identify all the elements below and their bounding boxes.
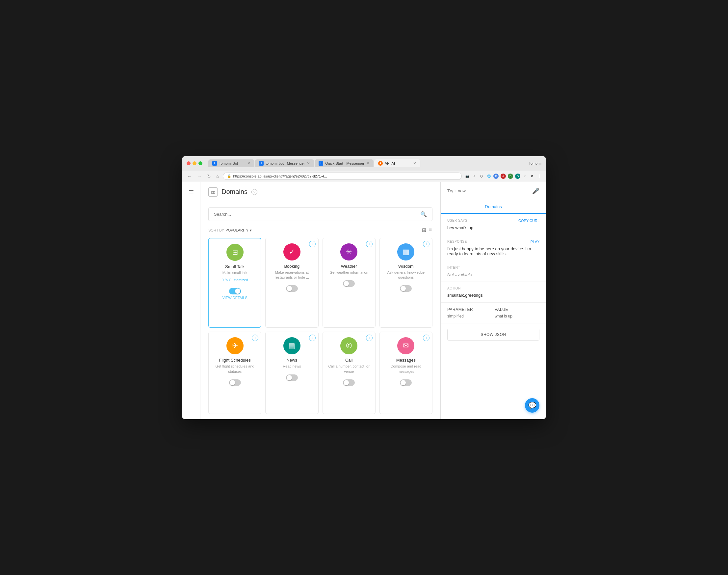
page-icon: ▦ [208,188,218,197]
play-button[interactable]: PLAY [531,240,539,244]
try-it-input[interactable] [447,189,532,193]
domain-card-news[interactable]: + ▤ News Read news [265,332,318,414]
call-desc: Call a number, contact, or venue [327,364,371,374]
extension-5[interactable]: r [522,174,527,179]
tab-close-3[interactable]: ✕ [366,161,370,166]
forward-button[interactable]: → [196,173,203,179]
maximize-button[interactable] [198,161,203,165]
tab-favicon-3: f [319,161,323,166]
url-bar[interactable]: 🔒 https://console.api.ai/api-client/#/ag… [223,173,462,180]
wisdom-toggle[interactable] [400,285,412,292]
view-details-link[interactable]: VIEW DETAILS [222,296,248,300]
messages-icon: ✉ [397,337,414,354]
weather-name: Weather [341,264,357,269]
copy-curl-button[interactable]: COPY CURL [518,219,539,223]
booking-toggle[interactable] [286,285,298,292]
wisdom-add-button[interactable]: + [423,241,430,247]
back-button[interactable]: ← [186,173,193,179]
right-panel-wrapper: 🎤 Domains USER SAYS COPY CURL hey what's… [441,182,546,419]
domain-card-wisdom[interactable]: + ▦ Wisdom Ask general knowledge questio… [379,238,432,328]
weather-toggle[interactable] [343,280,355,287]
news-toggle[interactable] [286,374,298,381]
messages-toggle[interactable] [400,379,412,386]
search-bar: 🔍 [208,207,432,221]
tab-right-label: Tomomi [529,161,541,165]
grid-view-button[interactable]: ⊞ [421,226,427,234]
flight-icon: ✈ [226,337,244,354]
tab-close-1[interactable]: ✕ [247,161,250,166]
domain-card-small-talk[interactable]: ⊞ Small Talk Make small talk 0 % Customi… [208,238,261,328]
domain-card-messages[interactable]: + ✉ Messages Compose and read messages [379,332,432,414]
tab-messenger[interactable]: f tomomi-bot - Messenger ✕ [255,159,314,167]
parameter-value: simplified [447,314,492,318]
domain-card-flight[interactable]: + ✈ Flight Schedules Get flight schedule… [208,332,261,414]
sort-value[interactable]: POPULARITY [225,228,249,232]
tab-favicon-4: A [378,161,383,166]
tab-apiai[interactable]: A API.AI ✕ [374,159,420,167]
search-input[interactable] [214,212,417,217]
translate-icon[interactable]: 🌐 [486,174,492,179]
news-name: News [287,358,297,363]
home-button[interactable]: ⌂ [215,173,220,179]
flight-toggle[interactable] [229,379,241,386]
tab-favicon-1: f [212,161,217,166]
extension-6[interactable]: ⚙ [530,174,535,179]
sort-dropdown-arrow[interactable]: ▾ [250,228,252,232]
booking-toggle-knob [287,286,292,291]
call-toggle[interactable] [343,379,355,386]
sort-label-group: SORT BY POPULARITY ▾ [208,227,252,233]
tab-favicon-2: f [259,161,264,166]
tab-label-3: Quick Start - Messenger [325,161,364,165]
minimize-button[interactable] [192,161,196,165]
intent-value: Not available [447,272,539,277]
mic-icon[interactable]: 🎤 [532,188,539,195]
news-desc: Read news [283,364,301,369]
messages-name: Messages [396,358,416,363]
help-icon[interactable]: ? [251,189,257,195]
extension-1[interactable]: P [493,174,499,179]
sort-label: SORT BY [208,228,224,232]
weather-add-button[interactable]: + [366,241,372,247]
parameter-col-label: PARAMETER [447,307,492,312]
cast-icon[interactable]: ⬡ [479,174,484,179]
tab-quick-start[interactable]: f Quick Start - Messenger ✕ [315,159,373,167]
app-layout: ☰ ▦ Domains ? [182,182,440,419]
show-json-button[interactable]: SHOW JSON [447,329,539,340]
news-add-button[interactable]: + [309,335,316,341]
search-icon: 🔍 [420,211,427,217]
tab-tomomi-bot[interactable]: f Tomomi Bot ✕ [208,159,254,167]
close-button[interactable] [187,161,190,165]
video-icon[interactable]: 📷 [464,174,470,179]
sidebar-menu-icon[interactable]: ☰ [187,188,195,197]
domain-card-booking[interactable]: + ✓ Booking Make reservations at restaur… [265,238,318,328]
tab-domains[interactable]: Domains [441,200,546,214]
chat-fab-icon: 💬 [528,401,537,409]
browser-window: f Tomomi Bot ✕ f tomomi-bot - Messenger … [182,156,546,419]
star-icon[interactable]: ☆ [472,174,477,179]
extension-4[interactable]: G [515,174,520,179]
domain-card-weather[interactable]: + ✳ Weather Get weather information [323,238,375,328]
booking-add-button[interactable]: + [309,241,316,247]
list-view-button[interactable]: ≡ [428,226,432,234]
response-header: RESPONSE PLAY [447,240,539,244]
tab-close-4[interactable]: ✕ [413,161,416,166]
main-content: ☰ ▦ Domains ? [182,182,546,419]
call-add-button[interactable]: + [366,335,372,341]
reload-button[interactable]: ↻ [206,173,212,179]
chat-fab[interactable]: 💬 [525,398,539,413]
intent-header: INTENT [447,266,539,269]
extension-2[interactable]: A [501,174,506,179]
messages-add-button[interactable]: + [423,335,430,341]
flight-add-button[interactable]: + [252,335,258,341]
search-section: 🔍 [201,202,440,226]
tab-label-4: API.AI [385,161,395,165]
call-toggle-knob [343,380,349,385]
small-talk-toggle[interactable] [229,288,241,295]
intent-section: INTENT Not available [441,261,546,282]
address-bar: ← → ↻ ⌂ 🔒 https://console.api.ai/api-cli… [182,171,546,182]
more-icon[interactable]: ⋮ [537,174,542,179]
extension-3[interactable]: B [508,174,513,179]
domain-card-call[interactable]: + ✆ Call Call a number, contact, or venu… [323,332,375,414]
tab-close-2[interactable]: ✕ [307,161,310,166]
small-talk-toggle-knob [235,289,240,294]
